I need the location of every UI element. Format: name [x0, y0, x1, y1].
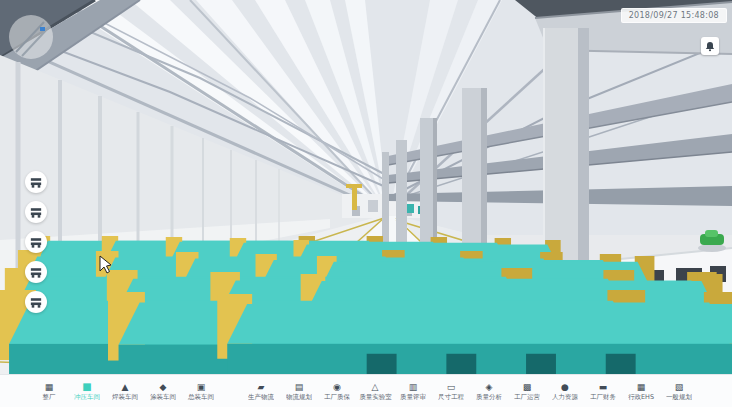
- press-machine-icon: [30, 237, 42, 248]
- toolbar-item-quality-analysis[interactable]: ◈ 质量分析: [470, 382, 508, 401]
- bell-icon: [705, 41, 715, 52]
- briefcase-icon: ▬: [599, 382, 608, 392]
- viewport: [0, 0, 732, 375]
- machine-quick-button-3[interactable]: [25, 231, 47, 253]
- toolbar-item-whole-plant[interactable]: ▦ 整厂: [30, 382, 68, 401]
- lab-flask-icon: △: [372, 382, 379, 392]
- bottom-toolbar: ▦ 整厂 ■ 冲压车间 ▲ 焊装车间 ◆ 涂装车间 ▣ 总装车间 ▰: [0, 374, 732, 407]
- machine-quick-button-1[interactable]: [25, 171, 47, 193]
- press-machine[interactable]: [217, 294, 732, 375]
- timestamp: 2018/09/27 15:48:08: [621, 8, 727, 23]
- ruler-icon: ▭: [447, 382, 456, 392]
- toolbar-item-painting-workshop[interactable]: ◆ 涂装车间: [144, 382, 182, 401]
- toolbar-item-plant-operations[interactable]: ▩ 工厂运营: [508, 382, 546, 401]
- notification-bell-button[interactable]: [701, 37, 719, 55]
- machine-quick-button-4[interactable]: [25, 261, 47, 283]
- toolbar-item-production-logistics[interactable]: ▰ 生产物流: [242, 382, 280, 401]
- workshop-tabs: ▦ 整厂 ■ 冲压车间 ▲ 焊装车间 ◆ 涂装车间 ▣ 总装车间: [30, 382, 220, 401]
- shield-analysis-icon: ◈: [486, 382, 493, 392]
- toolbar-item-dimensional-engineering[interactable]: ▭ 尺寸工程: [432, 382, 470, 401]
- compass-gizmo[interactable]: [9, 15, 53, 59]
- factory-layout-icon: ▦: [45, 382, 54, 392]
- press-machine-lines: [0, 236, 732, 375]
- building-ehs-icon: ▦: [637, 382, 646, 392]
- app-window: 2018/09/27 15:48:08 ▦ 整厂: [0, 0, 732, 407]
- toolbar-item-welding-workshop[interactable]: ▲ 焊装车间: [106, 382, 144, 401]
- logistics-plan-icon: ▤: [295, 382, 304, 392]
- toolbar-item-logistics-planning[interactable]: ▤ 物流规划: [280, 382, 318, 401]
- press-machine-icon: [30, 267, 42, 278]
- toolbar-item-general-planning[interactable]: ▧ 一般规划: [660, 382, 698, 401]
- press-machine-icon: [30, 297, 42, 308]
- machine-quick-buttons: [25, 171, 47, 313]
- planning-doc-icon: ▧: [675, 382, 684, 392]
- factory-3d-scene[interactable]: [0, 0, 732, 375]
- press-machine-icon: [30, 207, 42, 218]
- review-doc-icon: ▥: [409, 382, 418, 392]
- toolbar-item-final-assembly-workshop[interactable]: ▣ 总装车间: [182, 382, 220, 401]
- assembly-icon: ▣: [197, 382, 206, 392]
- person-icon: ●: [561, 382, 569, 392]
- stamping-press-icon: ■: [82, 382, 91, 392]
- qa-watch-icon: ◉: [333, 382, 341, 392]
- toolbar-item-plant-finance[interactable]: ▬ 工厂财务: [584, 382, 622, 401]
- welding-icon: ▲: [122, 382, 129, 392]
- toolbar-item-plant-quality-assurance[interactable]: ◉ 工厂质保: [318, 382, 356, 401]
- truck-icon: ▰: [258, 382, 265, 392]
- toolbar-item-quality-review[interactable]: ▥ 质量评审: [394, 382, 432, 401]
- toolbar-item-stamping-workshop[interactable]: ■ 冲压车间: [68, 382, 106, 401]
- press-machine-icon: [30, 177, 42, 188]
- machine-quick-button-2[interactable]: [25, 201, 47, 223]
- operations-factory-icon: ▩: [523, 382, 532, 392]
- toolbar-item-quality-lab[interactable]: △ 质量实验室: [356, 382, 394, 401]
- toolbar-item-human-resources[interactable]: ● 人力资源: [546, 382, 584, 401]
- painting-icon: ◆: [160, 382, 167, 392]
- machine-quick-button-5[interactable]: [25, 291, 47, 313]
- module-tabs: ▰ 生产物流 ▤ 物流规划 ◉ 工厂质保 △ 质量实验室 ▥ 质量评审 ▭ 尺寸…: [242, 382, 698, 401]
- toolbar-item-admin-ehs[interactable]: ▦ 行政EHS: [622, 382, 660, 401]
